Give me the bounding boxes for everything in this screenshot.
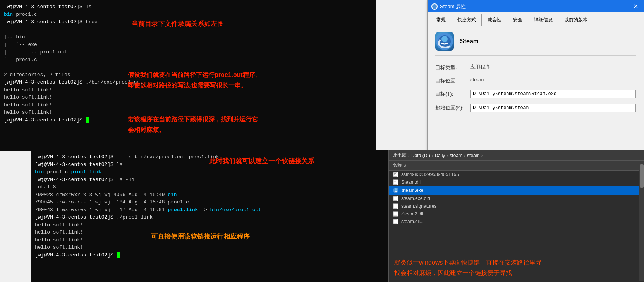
tab-shortcut[interactable]: 快捷方式	[452, 14, 482, 26]
explorer-breadcrumb: 此电脑 › Data (D:) › Daily › steam › steam …	[389, 150, 644, 161]
bottom-annotation: 就类似于windows下桌面快捷键，直接在安装路径里寻 找会相对麻烦，因此建立一…	[394, 257, 642, 278]
field-target-type: 目标类型: 应用程序	[435, 63, 636, 71]
term2-link-entry: 790043 lrwxrwxrwx 1 wj wj 17 Aug 4 16:01…	[35, 206, 403, 214]
term1-out1: hello soft.link!	[4, 86, 372, 94]
tab-previous[interactable]: 以前的版本	[558, 14, 593, 26]
term2-out4: hello soft.link!	[35, 244, 403, 251]
svg-rect-12	[393, 196, 397, 200]
terminal-1: [wj@VM-4-3-centos test02]$ ls bin proc1.…	[0, 0, 376, 151]
bottom-ann-text: 就类似于windows下桌面快捷键，直接在安装路径里寻 找会相对麻烦，因此建立一…	[394, 259, 542, 276]
file-item-steamexe[interactable]: steam.exe	[389, 186, 639, 195]
term2-bin-entry: 790028 drwxrwxr-x 3 wj wj 4096 Aug 4 15:…	[35, 191, 403, 199]
value-target-loc: steam	[470, 77, 484, 82]
file-item-steamdll2[interactable]: steam.dll...	[389, 218, 639, 226]
tab-general[interactable]: 常规	[431, 14, 452, 26]
term2-line2: [wj@VM-4-3-centos test02]$ ls	[35, 161, 403, 169]
term1-tree4: `-- proc1.c	[4, 56, 372, 64]
file-icon-steamdll2	[393, 219, 398, 224]
file-item-steamdll[interactable]: Steam.dll	[389, 178, 639, 186]
term1-out4: hello soft.link!	[4, 109, 372, 116]
term2-out2: hello soft.link!	[35, 229, 403, 236]
label-start: 起始位置(S):	[435, 104, 470, 111]
terminal-2: [wj@VM-4-3-centos test02]$ ln -s bin/exe…	[31, 150, 407, 282]
steam-logo-svg	[435, 32, 454, 51]
steam-icon-area: Steam	[435, 32, 636, 56]
term2-out1: hello soft.link!	[35, 221, 403, 229]
term1-line2: bin proc1.c	[4, 11, 372, 19]
term2-run-link: [wj@VM-4-3-centos test02]$ ./proc1.link	[35, 214, 403, 221]
term1-line1: [wj@VM-4-3-centos test02]$ ls	[4, 3, 372, 11]
term1-tree1: |-- bin	[4, 33, 372, 41]
field-target-loc: 目标位置: steam	[435, 77, 636, 84]
term2-ls-out: bin proc1.c proc1.link	[35, 168, 403, 176]
svg-rect-14	[393, 212, 397, 216]
file-icon-ssln	[393, 172, 398, 177]
term2-total: total 8	[35, 183, 403, 191]
term2-out3: hello soft.link!	[35, 236, 403, 244]
label-target-loc: 目标位置:	[435, 77, 470, 84]
term1-blank2	[4, 63, 372, 71]
label-target: 目标(T):	[435, 90, 470, 97]
svg-rect-15	[393, 219, 397, 224]
term2-final-prompt: [wj@VM-4-3-centos test02]$	[35, 251, 403, 259]
file-icon-steamexeold	[393, 196, 398, 201]
file-icon-steamexe	[393, 187, 399, 193]
input-target[interactable]	[470, 90, 636, 98]
tab-details[interactable]: 详细信息	[528, 14, 558, 26]
explorer-column-header: 名称 ∧	[389, 161, 639, 171]
steam-title-icon	[431, 3, 438, 10]
label-target-type: 目标类型:	[435, 63, 470, 71]
term2-line1: [wj@VM-4-3-centos test02]$ ln -s bin/exe…	[35, 153, 403, 161]
term1-out3: hello soft.link!	[4, 101, 372, 109]
tab-security[interactable]: 安全	[507, 14, 528, 26]
file-name-steamsig: steam.signatures	[401, 203, 436, 209]
svg-point-2	[441, 36, 448, 42]
term2-proc1c-entry: 790045 -rw-rw-r-- 1 wj wj 184 Aug 4 15:4…	[35, 198, 403, 206]
file-item-steam2dll[interactable]: Steam2.dll	[389, 210, 639, 218]
scrollbar-thumb[interactable]	[640, 164, 644, 188]
dialog-body: Steam 目标类型: 应用程序 目标位置: steam 目标(T): 起始位置…	[428, 26, 644, 124]
file-item-steamsig[interactable]: steam.signatures	[389, 202, 639, 210]
steam-app-icon	[435, 32, 454, 51]
term1-out2: hello soft.link!	[4, 94, 372, 101]
svg-point-11	[395, 188, 397, 191]
steam-app-name: Steam	[460, 38, 479, 45]
term1-prompt: [wj@VM-4-3-centos test02]$	[4, 116, 372, 124]
dialog-title: Steam 属性	[440, 3, 466, 10]
term1-dircount: 2 directories, 2 files	[4, 71, 372, 79]
file-item-steamexeold[interactable]: steam.exe.old	[389, 195, 639, 202]
term1-line3: [wj@VM-4-3-centos test02]$ tree	[4, 18, 372, 26]
file-icon-steamsig	[393, 203, 398, 209]
input-start[interactable]	[470, 104, 636, 112]
tab-compat[interactable]: 兼容性	[482, 14, 507, 26]
term2-line3: [wj@VM-4-3-centos test02]$ ls -li	[35, 176, 403, 184]
term1-line4: [wj@VM-4-3-centos test02]$ ./bin/exe/pro…	[4, 79, 372, 86]
dialog-tabs: 常规 快捷方式 兼容性 安全 详细信息 以前的版本	[428, 12, 644, 26]
term1-blank1	[4, 26, 372, 34]
field-target: 目标(T):	[435, 90, 636, 98]
term1-tree2: | `-- exe	[4, 41, 372, 49]
value-target-type: 应用程序	[470, 63, 490, 70]
dialog-titlebar: Steam 属性 ✕	[428, 0, 644, 12]
field-start: 起始位置(S):	[435, 104, 636, 112]
term1-tree3: | `-- proc1.out	[4, 48, 372, 56]
file-icon-steamdll	[393, 179, 398, 185]
svg-rect-13	[393, 204, 397, 208]
file-item-ssln[interactable]: ssln498323299539405T165	[389, 171, 639, 178]
close-button[interactable]: ✕	[632, 3, 640, 10]
file-icon-steam2dll	[393, 211, 398, 217]
